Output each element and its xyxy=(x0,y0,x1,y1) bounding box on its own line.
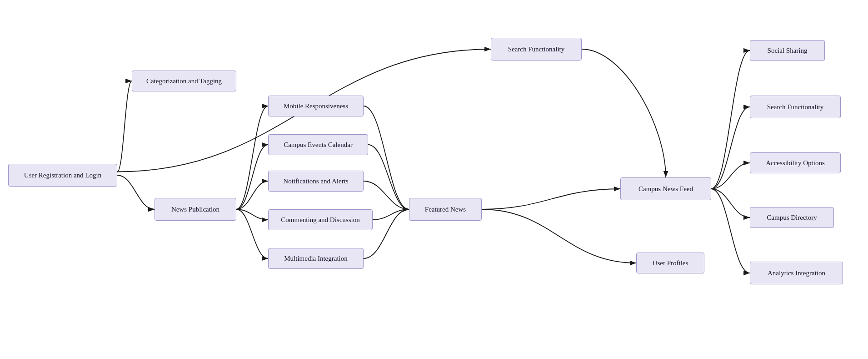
connection-line xyxy=(711,51,750,189)
node-featured-news: Featured News xyxy=(409,198,482,221)
connection-line xyxy=(711,189,750,273)
connection-line xyxy=(373,209,409,220)
connection-line xyxy=(117,81,132,172)
connection-line xyxy=(236,145,268,209)
connection-line xyxy=(236,181,268,209)
mind-map-diagram: User Registration and LoginCategorizatio… xyxy=(0,0,868,359)
node-news-pub: News Publication xyxy=(155,198,236,221)
node-comment-disc: Commenting and Discussion xyxy=(268,209,373,230)
connection-line xyxy=(236,106,268,209)
node-campus-dir: Campus Directory xyxy=(750,207,834,228)
node-user-profiles: User Profiles xyxy=(636,253,704,273)
connection-line xyxy=(117,175,155,209)
node-cat-tag: Categorization and Tagging xyxy=(132,71,236,91)
node-campus-events: Campus Events Calendar xyxy=(268,134,368,155)
connection-line xyxy=(482,189,620,209)
node-multimedia: Multimedia Integration xyxy=(268,248,364,269)
node-user-reg: User Registration and Login xyxy=(8,164,117,187)
node-search-func1: Search Functionality xyxy=(491,38,582,61)
connection-line xyxy=(582,49,666,177)
node-search-func2: Search Functionality xyxy=(750,96,841,118)
node-accessibility: Accessibility Options xyxy=(750,152,841,173)
node-notif-alerts: Notifications and Alerts xyxy=(268,171,364,192)
connection-line xyxy=(364,181,409,209)
connection-line xyxy=(364,106,409,209)
connection-line xyxy=(711,163,750,189)
node-social-sharing: Social Sharing xyxy=(750,40,825,61)
connection-line xyxy=(236,209,268,258)
connection-line xyxy=(711,107,750,189)
connection-line xyxy=(711,189,750,217)
node-analytics: Analytics Integration xyxy=(750,262,843,284)
node-campus-news: Campus News Feed xyxy=(620,177,711,200)
node-mobile-resp: Mobile Responsiveness xyxy=(268,96,364,116)
connection-line xyxy=(482,209,636,263)
connection-line xyxy=(236,209,268,220)
connections-svg xyxy=(0,0,868,359)
connection-line xyxy=(368,145,409,209)
